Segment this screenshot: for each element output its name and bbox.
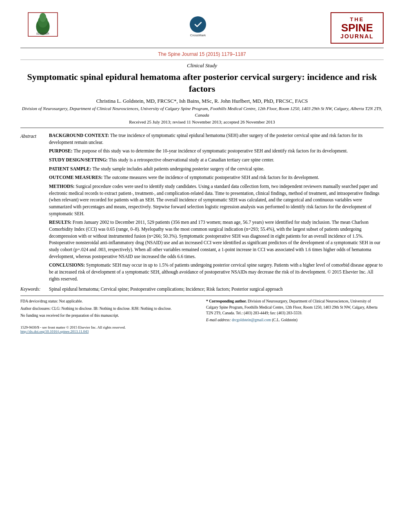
spine-journal-journal: JOURNAL	[336, 33, 378, 40]
purpose-label: PURPOSE:	[49, 148, 73, 153]
outcome-label: OUTCOME MEASURES:	[49, 175, 102, 180]
crossmark-logo: CrossMark	[184, 16, 212, 37]
top-divider	[20, 48, 384, 48]
corresponding-star: * Corresponding author.	[206, 299, 247, 303]
corresponding-label: * Corresponding author. Division of Neur…	[206, 298, 384, 316]
page: ELSEVIER CrossMark THE SPINE JOURNAL The…	[0, 0, 404, 532]
email-person: (C.L. Goldstein)	[272, 318, 297, 322]
patient-label: PATIENT SAMPLE:	[49, 166, 91, 171]
spine-journal-logo: THE SPINE JOURNAL	[331, 12, 384, 44]
author-disclosures-text: Author disclosures: CLG: Nothing to disc…	[20, 307, 172, 311]
abstract-label: Abstract	[20, 132, 49, 284]
abstract-results: RESULTS: From January 2002 to December 2…	[49, 219, 384, 260]
journal-citation: The Spine Journal 15 (2015) 1179–1187	[20, 51, 384, 57]
outcome-text: The outcome measures were the incidence …	[104, 175, 319, 180]
authors: Christina L. Goldstein, MD, FRCSC*, Ish …	[20, 98, 384, 104]
methods-label: METHODS:	[49, 184, 75, 189]
background-label: BACKGROUND CONTEXT:	[49, 133, 109, 138]
conclusions-label: CONCLUSIONS:	[49, 263, 85, 267]
abstract-content: BACKGROUND CONTEXT: The true incidence o…	[49, 132, 384, 284]
study-label: STUDY DESIGN/SETTING:	[49, 157, 108, 162]
abstract-purpose: PURPOSE: The purpose of this study was t…	[49, 148, 384, 155]
email-label: E-mail address:	[206, 318, 231, 322]
abstract-patient: PATIENT SAMPLE: The study sample include…	[49, 166, 384, 172]
header: ELSEVIER CrossMark THE SPINE JOURNAL	[20, 12, 384, 44]
keywords-content: Spinal epidural hematoma; Cervical spine…	[49, 287, 384, 291]
abstract-study: STUDY DESIGN/SETTING: This study is a re…	[49, 157, 384, 163]
abstract-top-divider	[20, 128, 384, 128]
footer-right: * Corresponding author. Division of Neur…	[206, 298, 384, 323]
footer-doi: http://dx.doi.org/10.1016/j.spinee.2013.…	[20, 329, 384, 333]
elsevier-logo: ELSEVIER	[20, 12, 65, 37]
section-label: Clinical Study	[20, 62, 384, 69]
article-title: Symptomatic spinal epidural hematoma aft…	[20, 71, 384, 95]
study-text: This study is a retrospective observatio…	[109, 157, 274, 162]
footer: FDA device/drug status: Not applicable. …	[20, 298, 384, 323]
email-line: E-mail address: drcgoldstein@gmail.com (…	[206, 317, 384, 323]
abstract-section: Abstract BACKGROUND CONTEXT: The true in…	[20, 132, 384, 284]
svg-point-3	[40, 13, 47, 22]
affiliation: Division of Neurosurgery, Department of …	[20, 106, 384, 118]
footer-left: FDA device/drug status: Not applicable. …	[20, 298, 198, 323]
author-disclosures: Author disclosures: CLG: Nothing to disc…	[20, 306, 198, 311]
abstract-background: BACKGROUND CONTEXT: The true incidence o…	[49, 132, 384, 146]
keywords-section: Keywords: Spinal epidural hematoma; Cerv…	[20, 287, 384, 291]
email-address: drcgoldstein@gmail.com	[232, 318, 272, 322]
abstract-conclusions: CONCLUSIONS: Symptomatic SEH may occur i…	[49, 262, 384, 282]
svg-text:ELSEVIER: ELSEVIER	[36, 32, 49, 35]
abstract-outcome: OUTCOME MEASURES: The outcome measures w…	[49, 174, 384, 181]
footer-issn: 1529-9430/$ - see front matter © 2015 El…	[20, 325, 384, 329]
fda-text: FDA device/drug status: Not applicable.	[20, 298, 198, 304]
conclusions-text: Symptomatic SEH may occur in up to 1.5% …	[49, 263, 382, 281]
patient-text: The study sample includes adult patients…	[93, 166, 264, 171]
authors-text: Christina L. Goldstein, MD, FRCSC*, Ish …	[96, 98, 308, 104]
received-line: Received 25 July 2013; revised 11 Novemb…	[20, 119, 384, 124]
crossmark-icon	[190, 16, 206, 33]
funding-text: No funding was received for the preparat…	[20, 313, 198, 318]
footer-divider	[20, 296, 384, 296]
results-text: From January 2002 to December 2011, 529 …	[49, 220, 380, 258]
results-label: RESULTS:	[49, 220, 71, 225]
abstract-methods: METHODS: Surgical procedure codes were u…	[49, 183, 384, 217]
spine-journal-spine: SPINE	[336, 22, 378, 33]
thin-divider	[20, 60, 384, 60]
crossmark-label: CrossMark	[190, 33, 206, 37]
elsevier-tree-icon: ELSEVIER	[27, 12, 59, 37]
purpose-text: The purpose of this study was to determi…	[73, 148, 348, 153]
footer-bottom: 1529-9430/$ - see front matter © 2015 El…	[20, 325, 384, 333]
keywords-label: Keywords:	[20, 287, 49, 291]
methods-text: Surgical procedure codes were used to id…	[49, 184, 380, 216]
